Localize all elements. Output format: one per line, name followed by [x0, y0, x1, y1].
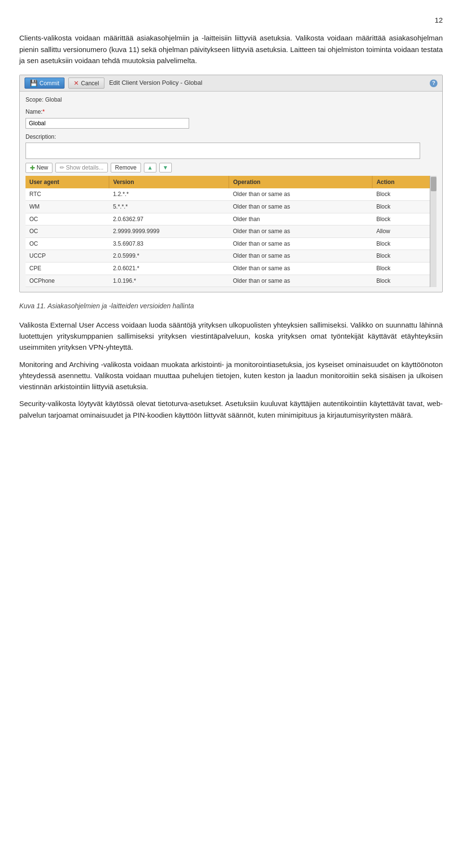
- name-input[interactable]: [26, 118, 189, 129]
- name-label: Name:*: [26, 107, 436, 117]
- cell-version: 5.*.*.*: [109, 200, 229, 213]
- scrollbar[interactable]: [430, 176, 436, 287]
- dialog-title-bar-left: 💾 Commit ✕ Cancel: [25, 78, 104, 89]
- scope-value: Global: [45, 96, 62, 103]
- remove-label: Remove: [115, 164, 137, 171]
- cell-operation: Older than or same as: [229, 275, 372, 287]
- cell-operation: Older than: [229, 213, 372, 225]
- table-header: User agent Version Operation Action: [26, 176, 430, 189]
- cell-version: 3.5.6907.83: [109, 237, 229, 250]
- cell-operation: Older than or same as: [229, 225, 372, 238]
- table-container: User agent Version Operation Action RTC1…: [26, 176, 436, 287]
- cancel-label: Cancel: [81, 80, 99, 87]
- scrollbar-thumb: [431, 177, 436, 191]
- cell-operation: Older than or same as: [229, 250, 372, 263]
- cell-version: 2.0.5999.*: [109, 250, 229, 263]
- show-details-label: Show details...: [66, 164, 103, 171]
- table-toolbar: ✚ New ✏ Show details... Remove ▲ ▼: [26, 163, 436, 173]
- table-row[interactable]: UCCP2.0.5999.*Older than or same asBlock: [26, 250, 430, 263]
- col-header-user-agent: User agent: [26, 176, 109, 189]
- table-body: RTC1.2.*.*Older than or same asBlockWM5.…: [26, 188, 430, 287]
- cell-action: Block: [372, 237, 430, 250]
- description-input[interactable]: [26, 143, 420, 159]
- table-row[interactable]: CPE2.0.6021.*Older than or same asBlock: [26, 262, 430, 275]
- help-icon[interactable]: ?: [430, 79, 437, 87]
- cell-action: Block: [372, 188, 430, 200]
- name-required-asterisk: *: [42, 108, 45, 115]
- cell-operation: Older than or same as: [229, 262, 372, 275]
- cell-agent: OCPhone: [26, 275, 109, 287]
- cell-action: Block: [372, 250, 430, 263]
- dialog-title-bar: 💾 Commit ✕ Cancel Edit Client Version Po…: [20, 75, 442, 92]
- cell-agent: CPE: [26, 262, 109, 275]
- page-number: 12: [19, 14, 443, 26]
- table-row[interactable]: OC2.0.6362.97Older thanBlock: [26, 213, 430, 225]
- paragraph-1: Clients-valikosta voidaan määrittää asia…: [19, 32, 443, 66]
- table-row[interactable]: OCPhone1.0.196.*Older than or same asBlo…: [26, 275, 430, 287]
- new-icon: ✚: [30, 164, 35, 171]
- cell-action: Block: [372, 275, 430, 287]
- new-label: New: [37, 164, 48, 171]
- table-row[interactable]: RTC1.2.*.*Older than or same asBlock: [26, 188, 430, 200]
- cell-operation: Older than or same as: [229, 200, 372, 213]
- cell-agent: UCCP: [26, 250, 109, 263]
- show-details-button[interactable]: ✏ Show details...: [55, 163, 108, 172]
- cell-version: 1.2.*.*: [109, 188, 229, 200]
- cancel-icon: ✕: [74, 79, 79, 87]
- down-arrow-icon: ▼: [163, 164, 168, 171]
- commit-label: Commit: [39, 80, 59, 87]
- move-down-button[interactable]: ▼: [159, 163, 172, 172]
- pencil-icon: ✏: [60, 164, 64, 171]
- save-icon: 💾: [30, 79, 38, 87]
- cell-agent: RTC: [26, 188, 109, 200]
- dialog-body: Scope: Global Name:* Description: ✚ New …: [20, 92, 442, 292]
- scope-label: Scope:: [26, 96, 43, 103]
- dialog-panel: 💾 Commit ✕ Cancel Edit Client Version Po…: [19, 75, 443, 292]
- cell-action: Allow: [372, 225, 430, 238]
- description-field-row: Description:: [26, 132, 436, 159]
- paragraph-3: Monitoring and Archiving -valikosta void…: [19, 359, 443, 393]
- col-header-operation: Operation: [229, 176, 372, 189]
- cell-version: 2.9999.9999.9999: [109, 225, 229, 238]
- col-header-version: Version: [109, 176, 229, 189]
- table-scroll-area: User agent Version Operation Action RTC1…: [26, 176, 430, 287]
- new-button[interactable]: ✚ New: [26, 163, 52, 173]
- external-access-text: Valikosta External User Access voidaan l…: [19, 321, 348, 329]
- table-row[interactable]: WM5.*.*.*Older than or same asBlock: [26, 200, 430, 213]
- cell-action: Block: [372, 213, 430, 225]
- cell-version: 1.0.196.*: [109, 275, 229, 287]
- cell-action: Block: [372, 262, 430, 275]
- table-row[interactable]: OC3.5.6907.83Older than or same asBlock: [26, 237, 430, 250]
- name-field-row: Name:*: [26, 107, 436, 129]
- table-row[interactable]: OC2.9999.9999.9999Older than or same asA…: [26, 225, 430, 238]
- external-access-paragraph: Valikosta External User Access voidaan l…: [19, 319, 443, 353]
- cell-action: Block: [372, 200, 430, 213]
- cell-agent: OC: [26, 237, 109, 250]
- cancel-button[interactable]: ✕ Cancel: [68, 78, 104, 89]
- scope-row: Scope: Global: [26, 95, 436, 105]
- up-arrow-icon: ▲: [147, 164, 153, 171]
- cell-agent: OC: [26, 225, 109, 238]
- cell-operation: Older than or same as: [229, 188, 372, 200]
- col-header-action: Action: [372, 176, 430, 189]
- cell-version: 2.0.6362.97: [109, 213, 229, 225]
- cell-agent: OC: [26, 213, 109, 225]
- paragraph-4: Security-valikosta löytyvät käytössä ole…: [19, 398, 443, 421]
- policy-table: User agent Version Operation Action RTC1…: [26, 176, 430, 287]
- cell-agent: WM: [26, 200, 109, 213]
- move-up-button[interactable]: ▲: [144, 163, 156, 172]
- figure-caption: Kuva 11. Asiakasohjelmien ja -laitteiden…: [19, 301, 443, 312]
- cell-version: 2.0.6021.*: [109, 262, 229, 275]
- remove-button[interactable]: Remove: [111, 163, 141, 172]
- commit-button[interactable]: 💾 Commit: [25, 78, 64, 89]
- description-label: Description:: [26, 132, 436, 142]
- cell-operation: Older than or same as: [229, 237, 372, 250]
- dialog-title-text: Edit Client Version Policy - Global: [109, 78, 430, 88]
